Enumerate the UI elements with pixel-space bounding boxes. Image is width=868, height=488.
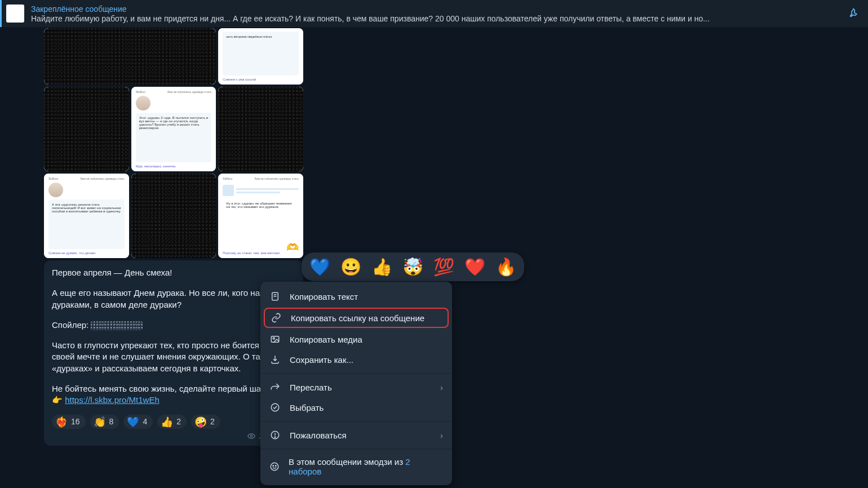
reaction-chip[interactable]: 👍2	[157, 415, 187, 429]
forward-icon	[269, 381, 281, 393]
svg-point-1	[250, 435, 253, 437]
menu-separator	[260, 373, 452, 374]
message-text: А еще его называют Днем дурака. Но все л…	[52, 287, 295, 310]
report-icon	[269, 429, 281, 441]
reaction-option[interactable]: 😀	[340, 257, 361, 277]
pinned-title: Закреплённое сообщение	[31, 5, 839, 14]
menu-separator	[260, 449, 452, 449]
message-text: Часто в глупости упрекают тех, кто прост…	[52, 340, 295, 374]
menu-separator	[260, 421, 452, 422]
album-cell[interactable]	[44, 87, 129, 171]
svg-point-13	[276, 465, 277, 467]
album-cell[interactable]: шить авторские свадебные платья. Совсем …	[218, 28, 303, 85]
menu-copy-link[interactable]: Копировать ссылку на сообщение	[264, 308, 449, 328]
reaction-option[interactable]: 💙	[309, 257, 330, 277]
quick-reaction-popup: 💙 😀 👍 🤯 💯 ❤️ 🔥	[302, 252, 524, 281]
album-cell[interactable]: SkillboxКем не побоялись однажды стать А…	[44, 174, 129, 258]
views-icon	[247, 432, 255, 440]
message-text: Первое апреля — День смеха!	[52, 267, 295, 278]
image-icon	[269, 334, 281, 345]
smile-icon	[269, 462, 280, 472]
context-menu: Копировать текст Копировать ссылку на со…	[260, 282, 452, 485]
reaction-chip[interactable]: 🤪2	[191, 415, 220, 429]
message-meta: 1,1K 18:46	[52, 431, 295, 441]
media-album[interactable]: шить авторские свадебные платья. Совсем …	[44, 28, 303, 258]
svg-point-12	[273, 465, 274, 467]
menu-copy-media[interactable]: Копировать медиа	[260, 329, 452, 349]
select-icon	[269, 402, 281, 413]
pinned-text: Закреплённое сообщение Найдите любимую р…	[31, 5, 839, 23]
album-cell[interactable]: SkillboxКем не побоялись однажды стать Э…	[131, 87, 216, 171]
message-text: Не бойтесь менять свою жизнь, сделайте п…	[52, 383, 295, 406]
pinned-preview: Найдите любимую работу, и вам не придетс…	[31, 14, 839, 23]
message-spoiler-line: Спойлер:	[52, 320, 295, 331]
copy-text-icon	[269, 291, 281, 302]
pinned-message-bar[interactable]: Закреплённое сообщение Найдите любимую р…	[0, 0, 868, 27]
reactions-row: ❤️‍🔥16 👏8 💙4 👍2 🤪2	[52, 415, 295, 429]
album-cell[interactable]	[131, 174, 216, 258]
menu-emoji-note[interactable]: В этом сообщении эмодзи из 2 наборов	[260, 452, 452, 481]
reaction-chip[interactable]: 💙4	[123, 415, 153, 429]
menu-copy-text[interactable]: Копировать текст	[260, 286, 452, 307]
menu-forward[interactable]: Переслать ›	[260, 377, 452, 397]
album-cell[interactable]: SkillboxКем не побоялись однажды стать Н…	[218, 174, 303, 258]
album-cell[interactable]	[44, 28, 216, 85]
menu-save-as[interactable]: Сохранить как...	[260, 349, 452, 370]
chevron-right-icon: ›	[440, 431, 443, 440]
reaction-option[interactable]: 🤯	[402, 257, 423, 277]
pinned-thumbnail	[6, 5, 24, 23]
reaction-chip[interactable]: 👏8	[90, 415, 119, 429]
album-cell[interactable]	[218, 87, 303, 171]
reaction-option[interactable]: 👍	[371, 257, 392, 277]
reaction-chip[interactable]: ❤️‍🔥16	[52, 415, 86, 429]
reaction-option[interactable]: 💯	[433, 257, 454, 277]
menu-select[interactable]: Выбрать	[260, 397, 452, 418]
svg-point-10	[274, 437, 276, 438]
reaction-option[interactable]: ❤️	[464, 257, 485, 277]
spoiler-hidden[interactable]	[91, 321, 143, 330]
link-icon	[271, 312, 282, 323]
svg-point-7	[271, 403, 279, 411]
chevron-right-icon: ›	[440, 383, 443, 392]
download-icon	[269, 354, 281, 365]
menu-report[interactable]: Пожаловаться ›	[260, 425, 452, 445]
pin-icon[interactable]	[848, 8, 859, 19]
svg-point-11	[271, 463, 278, 471]
svg-point-6	[273, 338, 274, 339]
message-link[interactable]: https://l.skbx.pro/Mt1wEh	[65, 395, 160, 405]
reaction-option[interactable]: 🔥	[495, 257, 516, 277]
